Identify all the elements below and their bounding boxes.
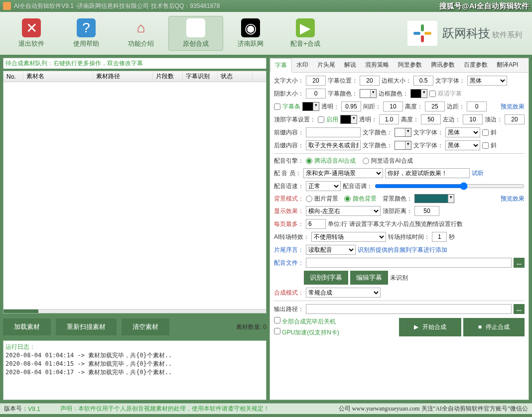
preview-bg-link[interactable]: 预览效果 xyxy=(501,195,525,203)
clear-button[interactable]: 清空素材 xyxy=(122,318,169,335)
trans-dur-input[interactable] xyxy=(432,232,447,242)
col-header[interactable]: No. xyxy=(3,73,23,80)
font-select[interactable]: 黑体 xyxy=(467,76,507,86)
prefix-italic-check[interactable] xyxy=(482,129,489,136)
prefix-color-picker[interactable]: ▾ xyxy=(395,128,411,137)
subtitle-color-picker[interactable]: ▾ xyxy=(360,89,377,98)
opacity-input[interactable] xyxy=(341,102,361,111)
tab-1[interactable]: 水印 xyxy=(292,58,313,72)
toolbar-0[interactable]: ▶配音+合成 xyxy=(278,16,333,51)
engine-ali-radio[interactable] xyxy=(363,158,369,164)
material-table[interactable]: No.素材名素材路径片段数字幕识别状态 xyxy=(3,71,266,313)
shutdown-check[interactable] xyxy=(274,317,280,323)
h-scrollbar[interactable] xyxy=(3,309,266,313)
font-size-label: 文字大小： xyxy=(274,77,304,85)
tab-6[interactable]: 腾讯参数 xyxy=(426,58,459,72)
strip-color-picker[interactable]: ▾ xyxy=(302,102,319,111)
strip-check[interactable] xyxy=(274,104,280,110)
toolbar-4[interactable]: ?使用帮助 xyxy=(59,16,114,51)
toolbar-1[interactable]: ◉济南跃网 xyxy=(223,16,278,51)
output-path-input[interactable] xyxy=(306,304,512,314)
top-height-input[interactable] xyxy=(421,114,441,124)
top-left-input[interactable] xyxy=(463,114,483,124)
preview-link[interactable]: 预览效果 xyxy=(501,103,525,111)
tab-5[interactable]: 阿里参数 xyxy=(394,58,426,72)
height-input[interactable] xyxy=(425,102,445,111)
perpage-input[interactable] xyxy=(306,219,326,229)
log-line: 2020-08-04 01:04:15 -> 素材加载完毕，共{0}个素材.. xyxy=(5,360,264,368)
bg-color-picker[interactable]: ▾ xyxy=(414,194,454,203)
gap-input[interactable] xyxy=(383,102,403,111)
svg-rect-2 xyxy=(413,32,420,35)
bg-color-radio[interactable] xyxy=(344,196,351,202)
suffix-font-select[interactable]: 黑体 xyxy=(445,140,480,150)
suffix-italic-check[interactable] xyxy=(482,142,489,149)
suffix-color-picker[interactable]: ▾ xyxy=(395,141,411,150)
col-header[interactable]: 素材名 xyxy=(23,72,93,81)
tab-0[interactable]: 字幕 xyxy=(270,58,292,73)
start-compose-button[interactable]: ▶开始合成 xyxy=(399,318,461,336)
stop-compose-button[interactable]: ■停止合成 xyxy=(463,318,525,336)
brand-text: 搜狐号@AI全自动剪辑软件 xyxy=(439,1,529,11)
border-color-picker[interactable]: ▾ xyxy=(410,89,427,98)
border-size-input[interactable] xyxy=(413,76,433,86)
voice-select[interactable]: 亲和女声-通用场景 xyxy=(303,168,383,178)
try-listen-link[interactable]: 试听 xyxy=(472,169,484,178)
col-header[interactable]: 字幕识别 xyxy=(183,72,218,81)
bg-image-radio[interactable] xyxy=(306,196,312,202)
logo-text: 跃网科技软件系列 xyxy=(442,25,522,41)
margin-input[interactable] xyxy=(467,102,487,111)
logo-area: 跃网科技软件系列 xyxy=(407,21,528,46)
sample-text-input[interactable] xyxy=(385,168,470,178)
right-panel: 字幕水印片头尾解说混剪策略阿里参数腾讯参数百度参数翻译API 文字大小： 字幕位… xyxy=(269,58,529,400)
toolbar-icon: 🖼 xyxy=(186,18,205,37)
tab-4[interactable]: 混剪策略 xyxy=(361,58,394,72)
toolbar-icon: ? xyxy=(77,18,96,37)
col-header[interactable]: 素材路径 xyxy=(93,72,153,81)
font-size-input[interactable] xyxy=(306,76,326,86)
subtitle-pos-input[interactable] xyxy=(360,76,380,86)
tail-select[interactable]: 读取配音 xyxy=(306,245,356,255)
tab-3[interactable]: 解说 xyxy=(340,58,361,72)
col-header[interactable]: 状态 xyxy=(218,72,253,81)
top-color-picker[interactable]: ▾ xyxy=(340,115,357,124)
prefix-input[interactable] xyxy=(306,127,361,137)
logo-icon xyxy=(407,21,437,46)
col-header[interactable]: 片段数 xyxy=(153,72,183,81)
browse-output-button[interactable]: ... xyxy=(514,304,525,314)
engine-tencent-radio[interactable] xyxy=(306,158,312,164)
edit-subtitle-button[interactable]: 编辑字幕 xyxy=(350,271,388,285)
tab-2[interactable]: 片头尾 xyxy=(313,58,340,72)
display-select[interactable]: 横向-左至右 xyxy=(306,206,381,216)
toolbar-5[interactable]: ✕退出软件 xyxy=(4,16,59,51)
tone-slider[interactable] xyxy=(375,182,525,190)
browse-audio-button[interactable]: ... xyxy=(514,258,525,268)
audio-file-input[interactable] xyxy=(306,258,512,268)
suffix-input[interactable] xyxy=(306,140,361,150)
bilingual-check[interactable] xyxy=(429,91,436,97)
log-title: 运行日志： xyxy=(5,343,264,351)
prefix-font-select[interactable]: 黑体 xyxy=(445,127,480,137)
recognize-button[interactable]: 识别到字幕 xyxy=(304,271,348,285)
window-title: AI全自动剪辑软件V9.1 -济南跃网信息科技有限公司 技术售后QQ：93548… xyxy=(14,2,439,10)
top-opacity-input[interactable] xyxy=(379,114,399,124)
left-panel: 待合成素材队列：右键执行更多操作，双击修改字幕 No.素材名素材路径片段数字幕识… xyxy=(3,58,266,400)
tab-7[interactable]: 百度参数 xyxy=(459,58,492,72)
compose-mode-select[interactable]: 常规合成 xyxy=(306,288,381,298)
toolbar-2[interactable]: 🖼原创合成 xyxy=(168,16,223,51)
rescan-button[interactable]: 重新扫描素材 xyxy=(56,318,117,335)
gpu-check[interactable] xyxy=(274,328,280,334)
toolbar-icon: ✕ xyxy=(22,18,41,37)
top-top-input[interactable] xyxy=(505,114,525,124)
toolbar-3[interactable]: ⌂功能介绍 xyxy=(114,16,168,51)
transition-select[interactable]: 不使用转场 xyxy=(311,232,386,242)
disclaimer: 声明：本软件仅用于个人原创音视频素材的处理，使用本软件请遵守相关规定！ xyxy=(60,405,269,413)
shadow-input[interactable] xyxy=(306,89,326,99)
load-material-button[interactable]: 加载素材 xyxy=(3,318,51,335)
speed-select[interactable]: 正常 xyxy=(306,181,341,191)
tab-8[interactable]: 翻译API xyxy=(492,58,523,72)
top-enable-check[interactable] xyxy=(318,116,324,123)
topdist-input[interactable] xyxy=(414,206,439,216)
log-line: 2020-08-04 01:04:17 -> 素材加载完毕，共{0}个素材.. xyxy=(5,368,264,377)
material-count: 素材数量: 0 xyxy=(236,323,266,331)
